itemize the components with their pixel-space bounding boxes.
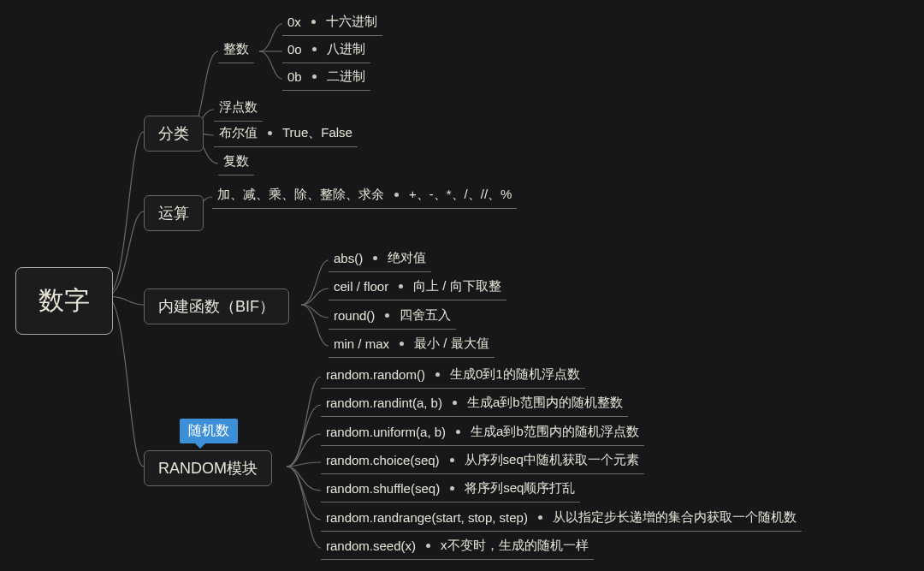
separator-dot	[453, 401, 457, 405]
leaf-desc: 二进制	[327, 68, 365, 85]
separator-dot	[456, 430, 460, 434]
leaf-term: 0x	[287, 15, 301, 29]
separator-dot	[426, 544, 430, 548]
leaf-desc: 十六进制	[326, 14, 377, 30]
leaf-term: 加、减、乘、除、整除、求余	[217, 187, 384, 203]
leaf-ops[interactable]: 加、减、乘、除、整除、求余 +、-、*、/、//、%	[212, 183, 517, 209]
separator-dot	[312, 74, 317, 79]
leaf-term: round()	[334, 308, 375, 323]
leaf-term: 0b	[287, 69, 302, 84]
separator-dot	[312, 47, 317, 51]
branch-label: 内建函数（BIF）	[158, 296, 275, 317]
subnode-bool[interactable]: 布尔值 True、False	[214, 122, 358, 147]
leaf-bif-round[interactable]: round() 四舍五入	[329, 304, 456, 330]
tag-random[interactable]: 随机数	[180, 419, 238, 443]
separator-dot	[311, 20, 316, 24]
branch-label: RANDOM模块	[158, 458, 258, 479]
leaf-bif-minmax[interactable]: min / max 最小 / 最大值	[329, 332, 495, 358]
leaf-desc: 四舍五入	[400, 307, 451, 324]
leaf-desc: 生成a到b范围内的随机整数	[467, 395, 623, 411]
leaf-desc: 从以指定步长递增的集合内获取一个随机数	[553, 509, 797, 526]
branch-bif[interactable]: 内建函数（BIF）	[144, 288, 289, 324]
branch-label: 分类	[158, 123, 189, 144]
subnode-label: 整数	[223, 41, 249, 57]
subnode-complex[interactable]: 复数	[218, 150, 254, 175]
leaf-bif-abs[interactable]: abs() 绝对值	[329, 247, 431, 272]
leaf-desc: 从序列seq中随机获取一个元素	[465, 452, 639, 468]
leaf-random-shuffle[interactable]: random.shuffle(seq) 将序列seq顺序打乱	[321, 477, 580, 503]
leaf-term: random.uniform(a, b)	[326, 425, 446, 439]
separator-dot	[399, 284, 403, 288]
subnode-label: 浮点数	[219, 99, 258, 116]
root-label: 数字	[38, 283, 90, 318]
leaf-desc: 向上 / 向下取整	[413, 278, 501, 294]
leaf-random-choice[interactable]: random.choice(seq) 从序列seq中随机获取一个元素	[321, 449, 644, 474]
separator-dot	[450, 486, 454, 491]
branch-random[interactable]: RANDOM模块	[144, 450, 272, 486]
leaf-bif-ceilfloor[interactable]: ceil / floor 向上 / 向下取整	[329, 275, 506, 300]
leaf-term: random.choice(seq)	[326, 453, 440, 467]
leaf-term: random.random()	[326, 367, 425, 382]
separator-dot	[450, 458, 454, 462]
subnode-float[interactable]: 浮点数	[214, 96, 263, 122]
leaf-term: random.randint(a, b)	[326, 396, 442, 410]
separator-dot	[435, 372, 440, 377]
leaf-random-seed[interactable]: random.seed(x) x不变时，生成的随机一样	[321, 534, 594, 560]
separator-dot	[394, 193, 399, 197]
subnode-label: 复数	[223, 153, 249, 170]
leaf-desc: x不变时，生成的随机一样	[441, 538, 589, 554]
leaf-term: random.shuffle(seq)	[326, 481, 440, 496]
branch-label: 运算	[158, 203, 189, 223]
separator-dot	[538, 515, 542, 520]
leaf-random-uniform[interactable]: random.uniform(a, b) 生成a到b范围内的随机浮点数	[321, 420, 644, 446]
leaf-int-bin[interactable]: 0b 二进制	[282, 65, 370, 91]
subnode-int[interactable]: 整数	[218, 38, 254, 63]
separator-dot	[385, 313, 389, 318]
separator-dot	[268, 131, 272, 135]
leaf-desc: 将序列seq顺序打乱	[465, 480, 575, 497]
leaf-term: min / max	[334, 336, 389, 351]
leaf-desc: +、-、*、/、//、%	[409, 187, 512, 203]
branch-ops[interactable]: 运算	[144, 195, 204, 231]
leaf-term: random.randrange(start, stop, step)	[326, 510, 528, 525]
leaf-random-randrange[interactable]: random.randrange(start, stop, step) 从以指定…	[321, 506, 802, 532]
leaf-desc: 绝对值	[388, 250, 426, 266]
root-node[interactable]: 数字	[15, 267, 113, 335]
leaf-int-hex[interactable]: 0x 十六进制	[282, 10, 382, 36]
separator-dot	[400, 342, 404, 346]
leaf-term: 0o	[287, 42, 302, 57]
leaf-desc: 生成0到1的随机浮点数	[450, 366, 580, 383]
subnode-label: 布尔值	[219, 125, 258, 141]
branch-category[interactable]: 分类	[144, 116, 204, 152]
subnode-desc: True、False	[282, 125, 352, 141]
leaf-desc: 生成a到b范围内的随机浮点数	[471, 424, 639, 440]
leaf-random-randint[interactable]: random.randint(a, b) 生成a到b范围内的随机整数	[321, 391, 628, 417]
tag-label: 随机数	[188, 423, 229, 437]
separator-dot	[373, 256, 377, 260]
leaf-term: random.seed(x)	[326, 538, 416, 553]
leaf-random-random[interactable]: random.random() 生成0到1的随机浮点数	[321, 363, 585, 389]
leaf-int-oct[interactable]: 0o 八进制	[282, 38, 370, 63]
leaf-term: abs()	[334, 251, 363, 265]
leaf-term: ceil / floor	[334, 279, 388, 294]
leaf-desc: 八进制	[327, 41, 365, 57]
leaf-desc: 最小 / 最大值	[414, 336, 489, 352]
